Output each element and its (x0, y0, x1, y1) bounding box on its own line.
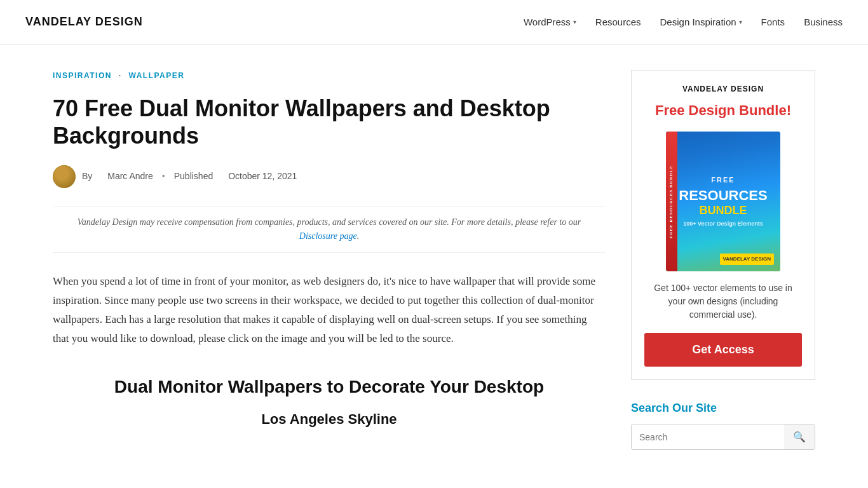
breadcrumb: INSPIRATION · WALLPAPER (53, 70, 606, 82)
sidebar: VANDELAY DESIGN Free Design Bundle! FREE… (631, 70, 815, 450)
bundle-sub-label: 100+ Vector Design Elements (679, 220, 767, 227)
sidebar-bundle-box: VANDELAY DESIGN Free Design Bundle! FREE… (631, 70, 815, 380)
site-header: VANDELAY DESIGN WordPress ▾ Resources De… (0, 0, 868, 44)
bundle-free-label: FREE (679, 176, 767, 184)
bundle-side-text: FREE RESOURCES BUNDLE (668, 165, 675, 238)
sidebar-search-title: Search Our Site (631, 399, 815, 417)
main-nav: WordPress ▾ Resources Design Inspiration… (524, 15, 843, 30)
chevron-down-icon: ▾ (573, 17, 576, 27)
site-logo[interactable]: VANDELAY DESIGN (25, 13, 143, 31)
sidebar-bundle-site: VANDELAY DESIGN (644, 83, 802, 95)
breadcrumb-cat2[interactable]: WALLPAPER (128, 71, 184, 80)
published-label: Published (174, 169, 214, 183)
disclosure-link[interactable]: Disclosure page (299, 231, 357, 241)
search-input[interactable] (632, 424, 784, 449)
sidebar-bundle-image: FREE RESOURCES BUNDLE FREE RESOURCES BUN… (666, 132, 780, 271)
avatar (53, 165, 76, 188)
sidebar-search: Search Our Site 🔍 (631, 399, 815, 450)
bundle-bundle-label: BUNDLE (679, 204, 767, 218)
sidebar-bundle-description: Get 100+ vector elements to use in your … (644, 281, 802, 322)
dot-separator: • (162, 169, 165, 183)
disclosure-box: Vandelay Design may receive compensation… (53, 206, 606, 254)
chevron-down-icon: ▾ (739, 17, 742, 27)
nav-item-fonts[interactable]: Fonts (761, 15, 785, 30)
section-heading: Dual Monitor Wallpapers to Decorate Your… (53, 373, 606, 402)
bundle-resources-label: RESOURCES (679, 187, 767, 204)
search-icon: 🔍 (793, 431, 806, 442)
published-date: October 12, 2021 (228, 169, 297, 183)
sidebar-bundle-title: Free Design Bundle! (644, 99, 802, 121)
author-line: By Marc Andre • Published October 12, 20… (53, 165, 606, 188)
get-access-button[interactable]: Get Access (644, 333, 802, 367)
avatar-image (53, 165, 76, 188)
main-content: INSPIRATION · WALLPAPER 70 Free Dual Mon… (53, 70, 606, 450)
nav-item-business[interactable]: Business (804, 15, 843, 30)
nav-item-resources[interactable]: Resources (595, 15, 641, 30)
bundle-side-decoration: FREE RESOURCES BUNDLE (666, 132, 677, 271)
article-title: 70 Free Dual Monitor Wallpapers and Desk… (53, 95, 574, 149)
disclosure-text: Vandelay Design may receive compensation… (78, 217, 581, 227)
bundle-brand-badge: VANDELAY DESIGN (720, 254, 774, 266)
nav-item-wordpress[interactable]: WordPress ▾ (524, 15, 576, 30)
sidebar-search-box: 🔍 (631, 424, 815, 450)
nav-item-design-inspiration[interactable]: Design Inspiration ▾ (660, 15, 742, 30)
search-button[interactable]: 🔍 (784, 424, 815, 449)
author-name[interactable]: Marc Andre (107, 169, 153, 183)
breadcrumb-separator: · (119, 71, 122, 80)
breadcrumb-cat1[interactable]: INSPIRATION (53, 71, 112, 80)
bundle-img-text: FREE RESOURCES BUNDLE 100+ Vector Design… (679, 176, 767, 227)
disclosure-suffix: . (357, 231, 360, 241)
article-body: When you spend a lot of time in front of… (53, 272, 606, 348)
author-prefix: By (82, 169, 92, 183)
sub-heading: Los Angeles Skyline (53, 408, 606, 430)
page-wrapper: INSPIRATION · WALLPAPER 70 Free Dual Mon… (27, 44, 841, 450)
